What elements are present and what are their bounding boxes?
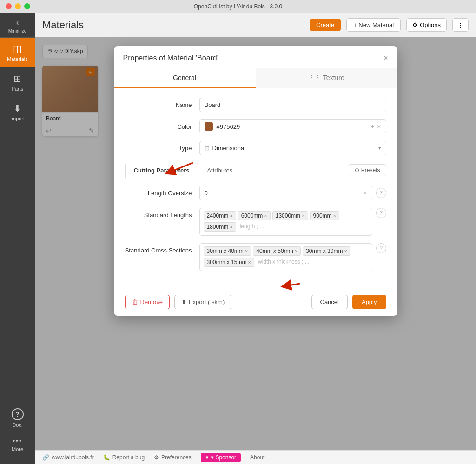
tag-remove-icon[interactable]: × [230, 213, 232, 219]
type-value: Dimensional [212, 145, 376, 152]
minimize-button[interactable] [15, 3, 21, 9]
trash-icon: 🗑 [132, 298, 138, 305]
gear-icon: ⚙ [412, 21, 418, 28]
remove-label: Remove [140, 298, 163, 305]
tag-label: 30mm x 40mm [207, 248, 244, 254]
length-oversize-field[interactable]: 0 × [199, 186, 372, 200]
modal-header: Properties of Material 'Board' × [114, 46, 397, 68]
presets-button[interactable]: ⊙ Presets [349, 164, 386, 176]
type-select[interactable]: ⊡ Dimensional ▾ [199, 141, 386, 155]
standard-lengths-row: Standard Lengths 2400mm × 6000mm × [125, 208, 386, 236]
tab-general[interactable]: General [114, 68, 256, 88]
subtab-cutting-params[interactable]: Cutting Parameters [125, 163, 198, 178]
sidebar-item-label: More [12, 446, 23, 452]
doc-icon: ? [12, 408, 24, 420]
modal-close-button[interactable]: × [383, 54, 388, 62]
sub-tabs: Cutting Parameters Attributes ⊙ Presets [125, 163, 386, 178]
preferences-label: Preferences [161, 454, 192, 461]
type-row: Type ⊡ Dimensional ▾ [125, 141, 386, 155]
materials-icon: ◫ [13, 43, 22, 54]
standard-cross-sections-help[interactable]: ? [376, 243, 386, 253]
cancel-button[interactable]: Cancel [311, 295, 348, 309]
tag-label: 40mm x 50mm [256, 248, 293, 254]
chevron-down-icon: ▾ [378, 145, 381, 151]
sidebar-bottom: ? Doc. ••• More [0, 404, 35, 464]
sponsor-button[interactable]: ♥ ♥ Sponsor [201, 453, 241, 462]
tag-remove-icon[interactable]: × [245, 248, 248, 254]
name-row: Name [125, 98, 386, 112]
sidebar-item-parts[interactable]: ⊞ Parts [0, 67, 35, 97]
tag-label: 2400mm [207, 212, 229, 219]
standard-cross-sections-label: Standard Cross Sections [125, 243, 199, 254]
more-icon: ⋮ [457, 21, 463, 28]
create-button[interactable]: Create [310, 19, 341, 31]
sponsor-label: ♥ Sponsor [211, 454, 236, 461]
parts-icon: ⊞ [13, 73, 21, 84]
modal: Properties of Material 'Board' × General… [114, 46, 397, 316]
oversize-clear-icon[interactable]: × [363, 189, 367, 197]
new-material-button[interactable]: + New Material [346, 18, 401, 32]
titlebar: OpenCutList by L'Air du Bois - 3.0.0 [0, 0, 476, 13]
standard-lengths-help[interactable]: ? [376, 208, 386, 218]
color-actions: + × [370, 123, 381, 130]
color-swatch [205, 122, 213, 131]
link-icon: 🔗 [42, 454, 49, 461]
tag-remove-icon[interactable]: × [248, 259, 251, 265]
tab-texture[interactable]: ⋮⋮ Texture [256, 68, 397, 88]
bug-icon: 🐛 [103, 454, 110, 461]
standard-cross-sections-input[interactable]: 30mm x 40mm × 40mm x 50mm × 30mm x 30mm … [199, 243, 372, 271]
color-add-icon[interactable]: + [370, 123, 374, 130]
length-oversize-help[interactable]: ? [376, 188, 386, 198]
about-link[interactable]: About [250, 454, 264, 461]
subtab-cutting-params-label: Cutting Parameters [134, 167, 190, 174]
standard-lengths-input[interactable]: 2400mm × 6000mm × 13000mm × [199, 208, 372, 236]
close-button[interactable] [6, 3, 12, 9]
website-link[interactable]: 🔗 www.lairdubois.fr [42, 454, 94, 461]
options-button[interactable]: ⚙ Options [406, 18, 447, 32]
sidebar-item-more[interactable]: ••• More [0, 432, 35, 457]
tag-label: 300mm x 15mm [207, 259, 247, 265]
sidebar-item-doc[interactable]: ? Doc. [0, 404, 35, 432]
sidebar-item-import[interactable]: ⬇ Import [0, 97, 35, 127]
name-label: Name [125, 101, 199, 108]
window-controls[interactable] [6, 3, 30, 9]
footer-right: Cancel Apply [311, 295, 386, 309]
subtab-attributes[interactable]: Attributes [198, 163, 241, 178]
tag-remove-icon[interactable]: × [344, 248, 347, 254]
standard-cross-sections-placeholder: width x thickness ; ... [256, 258, 311, 267]
modal-tabs: General ⋮⋮ Texture [114, 68, 397, 88]
maximize-button[interactable] [24, 3, 30, 9]
type-label: Type [125, 145, 199, 152]
more-button[interactable]: ⋮ [452, 18, 469, 32]
name-input[interactable] [199, 98, 386, 112]
tag-remove-icon[interactable]: × [333, 213, 336, 219]
tag-remove-icon[interactable]: × [264, 213, 267, 219]
preferences-link[interactable]: ⚙ Preferences [154, 454, 192, 461]
sidebar-item-materials[interactable]: ◫ Materials [0, 38, 35, 67]
color-label: Color [125, 123, 199, 130]
type-icon: ⊡ [205, 145, 210, 152]
color-clear-icon[interactable]: × [377, 123, 381, 130]
tag-remove-icon[interactable]: × [295, 248, 298, 254]
remove-button[interactable]: 🗑 Remove [125, 295, 170, 309]
tag-label: 6000mm [241, 212, 263, 219]
prefs-icon: ⚙ [154, 454, 159, 461]
minimize-button[interactable]: ‹ Minimize [0, 13, 35, 38]
sidebar-item-label: Doc. [12, 422, 23, 428]
report-bug-link[interactable]: 🐛 Report a bug [103, 454, 145, 461]
export-icon: ⬆ [181, 298, 186, 305]
tag-label: 30mm x 30mm [306, 248, 343, 254]
tag-label: 13000mm [276, 212, 300, 219]
tag-remove-icon[interactable]: × [230, 224, 232, 230]
color-input-wrapper[interactable]: #975629 + × [199, 119, 386, 133]
export-button[interactable]: ⬆ Export (.skm) [174, 295, 231, 309]
tag-label: 1800mm [207, 224, 229, 230]
tag-remove-icon[interactable]: × [302, 213, 304, 219]
apply-button[interactable]: Apply [352, 295, 386, 309]
status-bar: 🔗 www.lairdubois.fr 🐛 Report a bug ⚙ Pre… [35, 450, 476, 464]
tag-1800mm: 1800mm × [204, 222, 236, 232]
app-layout: ‹ Minimize ◫ Materials ⊞ Parts ⬇ Import … [0, 13, 476, 464]
length-oversize-label: Length Oversize [125, 190, 199, 197]
footer-left: 🗑 Remove ⬆ Export (.skm) [125, 295, 232, 309]
top-bar: Materials Create + New Material ⚙ Option… [35, 13, 476, 37]
